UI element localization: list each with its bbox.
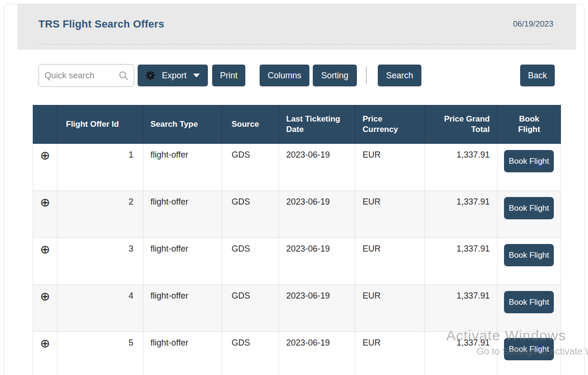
price-currency-cell: EUR xyxy=(355,332,425,375)
search-button[interactable]: Search xyxy=(378,65,421,86)
column-header-expand xyxy=(33,105,57,144)
last-ticketing-date-cell: 2023-06-19 xyxy=(279,191,355,238)
source-cell: GDS xyxy=(222,144,279,191)
search-type-cell: flight-offer xyxy=(143,332,222,375)
last-ticketing-date-cell: 2023-06-19 xyxy=(279,238,355,285)
book-flight-button[interactable]: Book Flight xyxy=(504,150,554,172)
export-button[interactable]: Export xyxy=(138,65,208,86)
expand-cell: ⊕ xyxy=(33,285,57,332)
expand-cell: ⊕ xyxy=(33,238,57,285)
activate-windows-watermark-line1: Activate Windows xyxy=(446,328,566,344)
export-label: Export xyxy=(162,71,187,81)
price-currency-cell: EUR xyxy=(355,285,425,332)
header-date: 06/19/2023 xyxy=(513,19,553,29)
flight-offer-id-cell: 2 xyxy=(57,191,143,238)
column-header-last-ticketing-date: Last Ticketing Date xyxy=(279,105,355,144)
search-type-cell: flight-offer xyxy=(143,285,222,332)
last-ticketing-date-cell: 2023-06-19 xyxy=(279,144,355,191)
flight-offer-id-cell: 3 xyxy=(57,238,143,285)
expand-row-button[interactable]: ⊕ xyxy=(40,244,50,255)
toolbar-divider xyxy=(366,67,367,84)
expand-cell: ⊕ xyxy=(33,332,57,375)
flight-offer-id-cell: 5 xyxy=(57,332,143,375)
flight-offer-id-cell: 1 xyxy=(57,144,143,191)
gear-icon xyxy=(146,71,155,80)
search-type-cell: flight-offer xyxy=(143,144,222,191)
price-currency-cell: EUR xyxy=(355,238,425,285)
source-cell: GDS xyxy=(222,332,279,375)
book-flight-cell: Book Flight xyxy=(497,191,561,238)
price-grand-total-cell: 1,337.91 xyxy=(425,238,497,285)
magnifier-icon xyxy=(118,70,129,81)
caret-down-icon xyxy=(193,74,200,77)
source-cell: GDS xyxy=(222,191,279,238)
search-type-cell: flight-offer xyxy=(143,191,222,238)
column-header-search-type: Search Type xyxy=(143,105,222,144)
content-card: TRS Flight Search Offers 06/19/2023 xyxy=(4,4,585,375)
book-flight-button[interactable]: Book Flight xyxy=(504,244,554,266)
book-flight-button[interactable]: Book Flight xyxy=(504,197,554,219)
table-row: ⊕ 3 flight-offer GDS 2023-06-19 EUR 1,33… xyxy=(33,238,561,285)
activate-windows-watermark-line2: Go to Settings to activate Windows. xyxy=(476,346,588,357)
expand-row-button[interactable]: ⊕ xyxy=(40,338,50,349)
sorting-button[interactable]: Sorting xyxy=(313,65,357,86)
column-header-source: Source xyxy=(222,105,279,144)
price-currency-cell: EUR xyxy=(355,144,425,191)
column-header-price-grand-total: Price Grand Total xyxy=(425,105,497,144)
price-grand-total-cell: 1,337.91 xyxy=(425,144,497,191)
page-header-inner: TRS Flight Search Offers 06/19/2023 xyxy=(38,4,553,45)
table-row: ⊕ 2 flight-offer GDS 2023-06-19 EUR 1,33… xyxy=(33,191,561,238)
price-grand-total-cell: 1,337.91 xyxy=(425,285,497,332)
source-cell: GDS xyxy=(222,285,279,332)
column-header-price-currency: Price Currency xyxy=(355,105,425,144)
expand-cell: ⊕ xyxy=(33,144,57,191)
column-header-book-flight: Book Flight xyxy=(497,105,561,144)
print-button[interactable]: Print xyxy=(212,65,245,86)
expand-row-button[interactable]: ⊕ xyxy=(40,291,50,302)
header-row: Flight Offer Id Search Type Source Last … xyxy=(33,105,561,144)
last-ticketing-date-cell: 2023-06-19 xyxy=(279,332,355,375)
flight-offer-id-cell: 4 xyxy=(57,285,143,332)
search-type-cell: flight-offer xyxy=(143,238,222,285)
expand-row-button[interactable]: ⊕ xyxy=(40,150,50,161)
columns-button[interactable]: Columns xyxy=(260,65,309,86)
quick-search-input[interactable] xyxy=(45,71,118,81)
price-grand-total-cell: 1,337.91 xyxy=(425,191,497,238)
book-flight-cell: Book Flight xyxy=(497,144,561,191)
last-ticketing-date-cell: 2023-06-19 xyxy=(279,285,355,332)
expand-row-button[interactable]: ⊕ xyxy=(40,197,50,208)
book-flight-button[interactable]: Book Flight xyxy=(504,291,554,313)
book-flight-cell: Book Flight xyxy=(497,238,561,285)
column-header-flight-offer-id: Flight Offer Id xyxy=(57,105,143,144)
back-button[interactable]: Back xyxy=(520,65,555,86)
price-currency-cell: EUR xyxy=(355,191,425,238)
source-cell: GDS xyxy=(222,238,279,285)
page-header: TRS Flight Search Offers 06/19/2023 xyxy=(18,4,576,50)
expand-cell: ⊕ xyxy=(33,191,57,238)
book-flight-cell: Book Flight xyxy=(497,285,561,332)
page-title: TRS Flight Search Offers xyxy=(38,18,164,30)
table-row: ⊕ 4 flight-offer GDS 2023-06-19 EUR 1,33… xyxy=(33,285,561,332)
table-row: ⊕ 1 flight-offer GDS 2023-06-19 EUR 1,33… xyxy=(33,144,561,191)
quick-search-box[interactable] xyxy=(38,64,134,87)
